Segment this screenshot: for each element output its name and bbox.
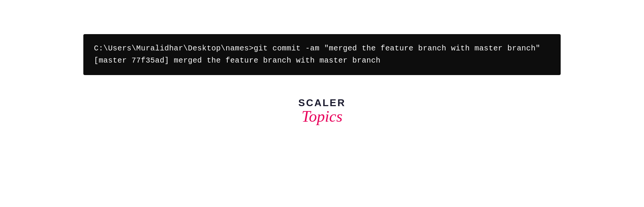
brand-logo: SCALER Topics (299, 98, 346, 125)
terminal-line-1: C:\Users\Muralidhar\Desktop\names>git co… (94, 42, 550, 55)
logo-topics-text: Topics (302, 108, 342, 125)
terminal-line-2: [master 77f35ad] merged the feature bran… (94, 55, 550, 67)
logo-scaler-text: SCALER (299, 98, 346, 108)
terminal-window: C:\Users\Muralidhar\Desktop\names>git co… (83, 34, 561, 75)
